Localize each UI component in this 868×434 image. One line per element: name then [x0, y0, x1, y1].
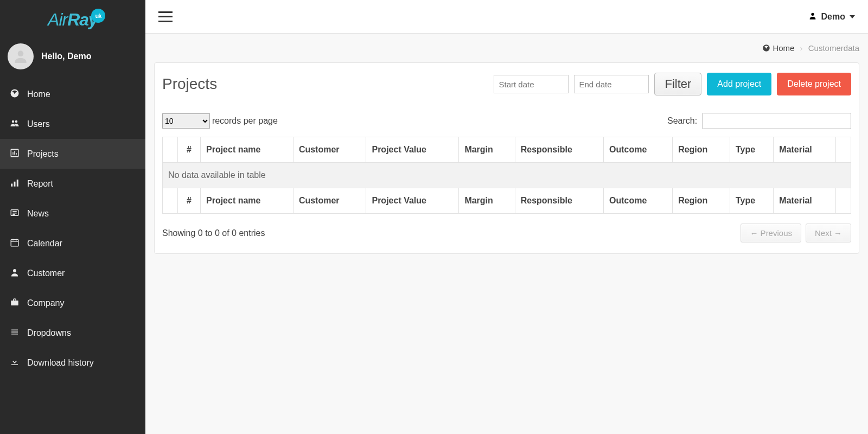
search-input[interactable]	[703, 113, 851, 129]
sidebar-item-projects[interactable]: Projects	[0, 139, 145, 169]
person-icon	[10, 267, 20, 279]
svg-point-2	[15, 120, 18, 123]
table-footer: #	[178, 188, 201, 214]
breadcrumb-separator: ›	[797, 43, 806, 53]
page-length-label: records per page	[212, 116, 278, 125]
page-actions: Filter Add project Delete project	[494, 73, 851, 95]
sidebar-item-users[interactable]: Users	[0, 109, 145, 139]
table-header[interactable]	[163, 137, 178, 163]
user-menu[interactable]: Demo	[808, 11, 855, 22]
user-menu-name: Demo	[821, 12, 845, 22]
sidebar-item-company[interactable]: Company	[0, 288, 145, 318]
brand-badge: uk	[91, 9, 105, 23]
sidebar-item-home[interactable]: Home	[0, 79, 145, 109]
sidebar-item-label: Projects	[27, 149, 59, 159]
search-label: Search:	[667, 116, 697, 125]
sidebar-item-dropdowns[interactable]: Dropdowns	[0, 318, 145, 348]
table-header[interactable]: Type	[730, 137, 773, 163]
table-header[interactable]: Responsible	[515, 137, 603, 163]
table-header[interactable]: Region	[673, 137, 730, 163]
projects-panel: Projects Filter Add project Delete proje…	[154, 62, 859, 254]
sidebar-nav: Home Users Projects Report News Calendar…	[0, 79, 145, 378]
download-icon	[10, 357, 20, 369]
sidebar-item-customer[interactable]: Customer	[0, 258, 145, 288]
add-project-button[interactable]: Add project	[707, 73, 771, 95]
topbar: Demo	[145, 0, 868, 34]
table-footer: Region	[673, 188, 730, 214]
sidebar-item-label: Home	[27, 90, 50, 99]
brand-logo[interactable]: AirRayuk	[0, 0, 145, 39]
svg-point-1	[12, 120, 15, 123]
table-footer-row: # Project name Customer Project Value Ma…	[163, 188, 851, 214]
svg-point-11	[811, 12, 814, 15]
prev-page-button[interactable]: ← Previous	[741, 224, 801, 242]
table-header[interactable]: Project Value	[366, 137, 459, 163]
table-header[interactable]: #	[178, 137, 201, 163]
next-page-button[interactable]: Next →	[806, 224, 851, 242]
news-icon	[10, 208, 20, 220]
sidebar-item-calendar[interactable]: Calendar	[0, 228, 145, 258]
end-date-input[interactable]	[574, 75, 649, 93]
svg-rect-8	[11, 239, 18, 246]
main-content: Home › Customerdata Projects Filter Add …	[145, 34, 868, 263]
search-control: Search:	[667, 113, 851, 129]
users-icon	[10, 118, 20, 130]
table-empty-row: No data available in table	[163, 163, 851, 188]
user-icon	[808, 11, 817, 22]
pagination: ← Previous Next →	[741, 224, 851, 242]
table-header[interactable]: Margin	[459, 137, 515, 163]
briefcase-icon	[10, 297, 20, 309]
table-header[interactable]	[836, 137, 851, 163]
sidebar-item-label: News	[27, 209, 49, 219]
page-length-select[interactable]: 10	[162, 113, 210, 129]
dashboard-icon	[762, 44, 770, 52]
table-footer: Customer	[293, 188, 366, 214]
table-footer: Outcome	[604, 188, 673, 214]
user-greeting: Hello, Demo	[41, 52, 91, 61]
dashboard-icon	[10, 88, 20, 100]
svg-rect-4	[11, 183, 12, 186]
avatar[interactable]	[8, 43, 34, 69]
start-date-input[interactable]	[494, 75, 569, 93]
page-length-control: 10 records per page	[162, 113, 278, 129]
table-footer: Project Value	[366, 188, 459, 214]
table-empty-text: No data available in table	[163, 163, 851, 188]
table-header[interactable]: Customer	[293, 137, 366, 163]
svg-point-0	[18, 50, 24, 56]
chevron-down-icon	[850, 15, 855, 18]
sidebar-item-download-history[interactable]: Download history	[0, 348, 145, 378]
svg-rect-6	[17, 180, 18, 187]
table-info: Showing 0 to 0 of 0 entries	[162, 228, 265, 238]
sidebar-item-report[interactable]: Report	[0, 169, 145, 199]
breadcrumb-home[interactable]: Home	[762, 43, 796, 53]
sidebar-item-label: Dropdowns	[27, 328, 71, 338]
sidebar-item-label: Report	[27, 179, 53, 189]
barchart-icon	[10, 148, 20, 160]
breadcrumb: Home › Customerdata	[154, 34, 859, 62]
page-title: Projects	[162, 75, 217, 93]
table-header[interactable]: Project name	[201, 137, 293, 163]
delete-project-button[interactable]: Delete project	[777, 73, 851, 95]
table-header-row: # Project name Customer Project Value Ma…	[163, 137, 851, 163]
table-footer: Material	[774, 188, 836, 214]
table-footer	[163, 188, 178, 214]
sidebar-item-news[interactable]: News	[0, 199, 145, 228]
projects-table: # Project name Customer Project Value Ma…	[162, 137, 851, 214]
svg-rect-10	[11, 301, 18, 305]
table-header[interactable]: Material	[774, 137, 836, 163]
table-footer: Project name	[201, 188, 293, 214]
sidebar-item-label: Company	[27, 298, 64, 308]
filter-button[interactable]: Filter	[654, 73, 701, 95]
table-header[interactable]: Outcome	[604, 137, 673, 163]
svg-point-9	[13, 269, 16, 272]
signal-icon	[10, 178, 20, 190]
sidebar: AirRayuk Hello, Demo Home Users Projects…	[0, 0, 145, 434]
calendar-icon	[10, 238, 20, 250]
menu-toggle-icon[interactable]	[158, 11, 173, 22]
table-footer: Responsible	[515, 188, 603, 214]
breadcrumb-current: Customerdata	[808, 43, 859, 53]
sidebar-user-block: Hello, Demo	[0, 39, 145, 79]
svg-rect-5	[14, 181, 16, 186]
sidebar-item-label: Download history	[27, 358, 94, 368]
list-icon	[10, 327, 20, 339]
